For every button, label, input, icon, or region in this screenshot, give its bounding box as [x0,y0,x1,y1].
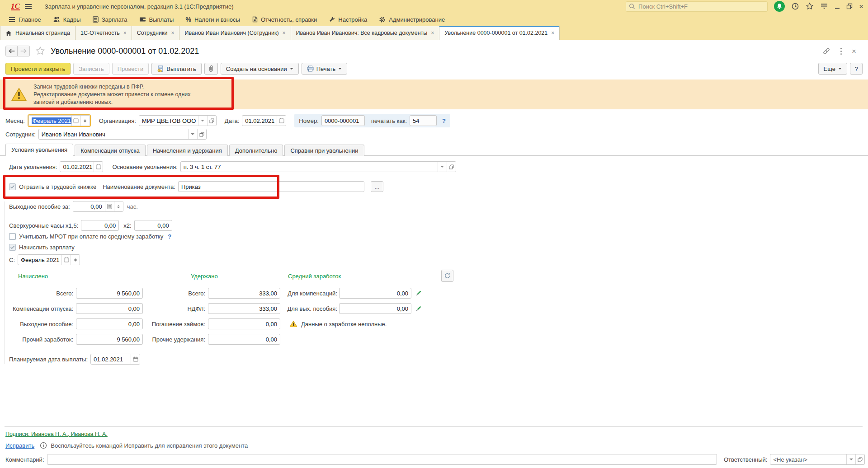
tab-dismissal-document[interactable]: Увольнение 0000-000001 от 01.02.2021 [439,26,560,40]
form-tab-vacation-compensation[interactable]: Компенсации отпуска [75,145,146,156]
open-icon[interactable] [855,454,864,464]
dropdown-icon[interactable] [438,162,447,172]
calendar-icon[interactable] [131,354,140,364]
favorites-star-icon[interactable] [806,2,814,10]
edit-pencil-icon[interactable] [415,290,422,297]
form-tab-additional[interactable]: Дополнительно [229,145,283,156]
fix-link[interactable]: Исправить [5,442,34,449]
tab-employee-card[interactable]: Иванов Иван Иванович (Сотрудник) [179,26,291,40]
history-icon[interactable] [791,2,799,10]
more-commands-icon[interactable] [840,51,842,52]
severance-field[interactable]: 0,00 [73,201,123,212]
tab-employees[interactable]: Сотрудники [132,26,180,40]
comment-field[interactable] [47,454,717,465]
open-icon[interactable] [207,116,216,126]
vacation-compensation-field[interactable]: 0,00 [76,303,143,314]
other-earnings-field[interactable]: 9 560,00 [76,334,143,345]
organization-field[interactable]: МИР ЦВЕТОВ ООО [139,115,217,126]
month-spinner[interactable] [80,116,90,126]
post-and-close-button[interactable]: Провести и закрыть [5,63,71,75]
menu-item-reports[interactable]: Отчетность, справки [246,13,323,26]
severance-spinner[interactable] [114,201,123,211]
dismissal-basis-field[interactable]: п. 3 ч. 1 ст. 77 [180,161,456,172]
create-based-on-button[interactable]: Создать на основании [221,63,299,75]
open-icon[interactable] [447,162,456,172]
overtime15-field[interactable]: 0,00 [81,220,119,231]
service-menu-icon[interactable] [820,3,828,9]
menu-item-payments[interactable]: Выплаты [133,13,180,26]
minimize-icon[interactable] [835,4,840,9]
close-tab-icon[interactable] [283,30,286,36]
loan-repayment-field[interactable]: 0,00 [208,318,280,329]
number-field[interactable]: 0000-000001 [321,115,365,126]
pay-button[interactable]: Выплатить [151,63,202,75]
menu-item-taxes[interactable]: % Налоги и взносы [179,13,246,26]
from-month-field[interactable]: Февраль 2021 [18,254,80,265]
form-tab-conditions[interactable]: Условия увольнения [5,144,73,156]
help-button[interactable]: ? [850,63,863,75]
attachments-button[interactable] [204,63,218,75]
restore-icon[interactable] [846,3,853,9]
open-icon[interactable] [197,129,206,139]
back-button[interactable] [5,46,18,56]
search-input[interactable] [637,3,764,10]
mrot-help-link[interactable]: ? [168,233,171,240]
tab-home[interactable]: Начальная страница [0,26,75,40]
menu-item-salary[interactable]: Зарплата [87,13,133,26]
mrot-checkbox[interactable] [9,233,16,240]
close-document-icon[interactable]: × [852,47,856,55]
month-field[interactable]: Февраль 2021 [28,115,90,126]
date-field[interactable]: 01.02.2021 [242,115,286,126]
calc-icon[interactable] [105,201,114,211]
from-month-spinner[interactable] [71,255,80,265]
notifications-icon[interactable] [774,1,785,12]
other-deductions-field[interactable]: 0,00 [208,334,280,345]
avg-severance-field[interactable]: 0,00 [339,303,411,314]
signatures-link[interactable]: Подписи: Иванова Н. А., Иванова Н. А. [5,431,108,437]
post-button[interactable]: Провести [112,63,149,75]
menu-item-main[interactable]: Главное [3,13,47,26]
calendar-icon[interactable] [277,116,286,126]
tab-personnel-documents[interactable]: Иванов Иван Иванович: Все кадровые докум… [291,26,440,40]
close-tab-icon[interactable] [171,30,174,36]
favorite-star-icon[interactable] [35,46,45,56]
dropdown-icon[interactable] [846,454,855,464]
ndfl-field[interactable]: 333,00 [208,303,280,314]
calendar-icon[interactable] [71,116,80,126]
accrue-salary-checkbox[interactable] [9,244,16,251]
severance-pay-field[interactable]: 0,00 [76,318,143,329]
form-tab-accruals-deductions[interactable]: Начисления и удержания [147,145,228,156]
overtime2-field[interactable]: 0,00 [134,220,172,231]
close-tab-icon[interactable] [551,30,554,36]
form-tab-certificates[interactable]: Справки при увольнении [284,145,364,156]
dropdown-icon[interactable] [198,116,207,126]
number-help-link[interactable]: ? [442,117,446,124]
workbook-checkbox[interactable] [9,183,16,190]
calendar-icon[interactable] [94,162,103,172]
menu-item-staff[interactable]: Кадры [47,13,87,26]
more-button[interactable]: Еще [818,63,847,75]
accrued-total-field[interactable]: 9 560,00 [76,288,143,299]
hamburger-menu-icon[interactable] [24,4,32,9]
print-as-field[interactable]: 54 [410,115,437,126]
refresh-button[interactable] [441,270,453,282]
dropdown-icon[interactable] [188,129,197,139]
global-search-box[interactable] [626,1,768,12]
dismissal-date-field[interactable]: 01.02.2021 [60,161,103,172]
get-link-icon[interactable] [822,47,830,55]
menu-item-settings[interactable]: Настройка [323,13,373,26]
ellipsis-button[interactable]: ... [371,181,383,192]
print-button[interactable]: Печать [302,63,348,75]
forward-button[interactable] [18,46,30,56]
planned-date-field[interactable]: 01.02.2021 [90,354,140,365]
tab-1c-reporting[interactable]: 1С-Отчетность [75,26,132,40]
close-window-icon[interactable]: × [859,3,863,10]
close-tab-icon[interactable] [431,30,434,36]
avg-compensation-field[interactable]: 0,00 [339,288,411,299]
doc-name-field[interactable]: Приказ [178,181,364,192]
save-button[interactable]: Записать [73,63,109,75]
edit-pencil-icon[interactable] [415,305,422,312]
employee-field[interactable]: Иванов Иван Иванович [38,129,207,140]
withheld-total-field[interactable]: 333,00 [208,288,280,299]
menu-item-administration[interactable]: Администрирование [373,13,451,26]
